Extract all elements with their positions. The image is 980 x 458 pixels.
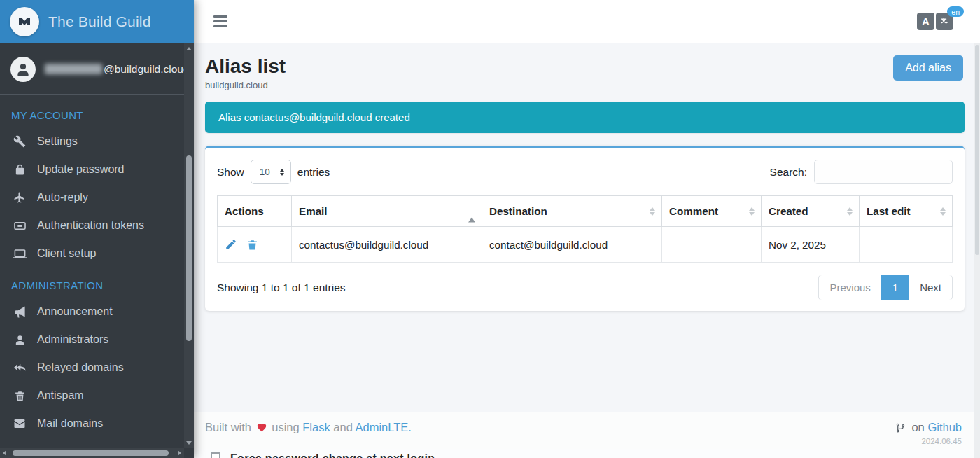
github-link[interactable]: Github [927, 421, 962, 433]
sidebar-item-label: Announcement [37, 305, 113, 318]
footer-right: on Github 2024.06.45 [895, 421, 962, 445]
column-header-destination[interactable]: Destination [482, 196, 662, 227]
delete-alias-icon[interactable] [246, 239, 258, 251]
horizontal-scroll-thumb[interactable] [13, 450, 169, 456]
sort-icon [940, 207, 946, 216]
megaphone-icon [13, 305, 27, 319]
page-size-value: 10 [260, 167, 270, 177]
content-area: Alias list buildguild.cloud Add alias Al… [194, 43, 980, 412]
sidebar-item-auto-reply[interactable]: Auto-reply [0, 183, 181, 211]
trash-icon [13, 389, 27, 403]
footer-text: and [333, 421, 353, 433]
redacted-username [45, 64, 102, 74]
sidebar-item-update-password[interactable]: Update password [0, 155, 181, 183]
show-label: Show [217, 166, 244, 179]
flask-link[interactable]: Flask [302, 421, 330, 433]
main-area: A en Alias list buildguild.cloud Add ali… [194, 0, 980, 458]
user-email-domain: @buildguild.cloud [104, 63, 190, 75]
envelope-icon [13, 417, 27, 431]
table-row: contactus@buildguild.cloud contact@build… [218, 227, 953, 263]
nav-section-my-account: MY ACCOUNT [0, 97, 181, 127]
sidebar-item-label: Auto-reply [37, 191, 88, 204]
checkbox[interactable] [211, 452, 220, 458]
sidebar-item-label: Settings [37, 135, 78, 148]
page-1-button[interactable]: 1 [881, 275, 909, 300]
scroll-down-arrow-icon[interactable] [186, 441, 192, 445]
user-panel[interactable]: @buildguild.cloud [0, 43, 194, 95]
sidebar-horizontal-scrollbar[interactable] [0, 448, 184, 458]
nav-section-administration: ADMINISTRATION [0, 268, 181, 298]
destination-cell: contact@buildguild.cloud [482, 227, 662, 263]
sidebar-item-relayed-domains[interactable]: Relayed domains [0, 354, 181, 382]
version-label: 2024.06.45 [895, 437, 962, 445]
next-page-button[interactable]: Next [909, 275, 953, 300]
sidebar-item-authentication-tokens[interactable]: Authentication tokens [0, 211, 181, 240]
clipped-label: Force password change at next login [230, 452, 435, 458]
sidebar-vertical-scrollbar[interactable] [184, 43, 194, 448]
alias-created-alert: Alias contactus@buildguild.cloud created [205, 102, 965, 133]
edit-alias-icon[interactable] [225, 238, 237, 251]
sidebar-item-label: Relayed domains [37, 361, 124, 374]
sidebar-item-label: Authentication tokens [37, 219, 144, 232]
sidebar-item-label: Antispam [37, 389, 84, 402]
page-size-select[interactable]: 10 [251, 160, 291, 184]
column-header-last-edit[interactable]: Last edit [860, 196, 953, 227]
table-header-row: Actions Email Destination Comment Create… [218, 196, 953, 227]
sort-icon [847, 207, 853, 216]
token-card-icon [13, 218, 27, 233]
table-controls: Show 10 entries Search: [217, 160, 953, 184]
adminlte-link[interactable]: AdminLTE. [356, 421, 412, 433]
sidebar-item-label: Update password [37, 163, 125, 176]
brand-header[interactable]: The Build Guild [0, 0, 194, 43]
top-navbar: A en [194, 0, 980, 43]
sidebar-item-settings[interactable]: Settings [0, 127, 181, 155]
user-avatar-icon [10, 57, 36, 82]
sidebar-item-mail-domains[interactable]: Mail domains [0, 410, 181, 438]
table-footer: Showing 1 to 1 of 1 entries Previous 1 N… [217, 275, 953, 300]
user-icon [13, 333, 27, 347]
sidebar-item-client-setup[interactable]: Client setup [0, 240, 181, 268]
search-input[interactable] [814, 160, 953, 184]
page-scroll-thumb[interactable] [975, 45, 979, 255]
search-control: Search: [770, 160, 953, 184]
scroll-right-arrow-icon[interactable] [178, 450, 181, 456]
sort-icon [650, 207, 655, 216]
mailu-logo-icon [10, 7, 39, 36]
laptop-icon [13, 247, 27, 261]
footer-text: on [911, 421, 924, 433]
sidebar-item-antispam[interactable]: Antispam [0, 382, 181, 410]
sidebar-item-announcement[interactable]: Announcement [0, 298, 181, 326]
column-header-actions: Actions [218, 196, 292, 227]
column-header-created[interactable]: Created [762, 196, 860, 227]
brand-title: The Build Guild [48, 13, 151, 30]
comment-cell [662, 227, 762, 263]
page-footer: Built with using Flask and AdminLTE. on … [194, 412, 980, 449]
scroll-left-arrow-icon[interactable] [3, 450, 6, 456]
page-subtitle: buildguild.cloud [205, 80, 286, 90]
column-header-comment[interactable]: Comment [662, 196, 762, 227]
sidebar-toggle-button[interactable] [212, 13, 229, 30]
pagination: Previous 1 Next [818, 275, 953, 300]
lock-icon [13, 162, 27, 176]
previous-page-button[interactable]: Previous [818, 275, 881, 300]
sidebar-item-label: Mail domains [37, 417, 103, 430]
entries-summary: Showing 1 to 1 of 1 entries [217, 282, 346, 294]
last-edit-cell [860, 227, 953, 263]
page-scrollbar[interactable] [974, 43, 980, 458]
add-alias-button[interactable]: Add alias [893, 55, 963, 81]
created-cell: Nov 2, 2025 [762, 227, 860, 263]
language-badge: en [947, 6, 964, 17]
alias-table: Actions Email Destination Comment Create… [217, 195, 953, 263]
alias-table-card: Show 10 entries Search: [205, 146, 965, 311]
vertical-scroll-thumb[interactable] [186, 155, 192, 341]
sidebar-item-administrators[interactable]: Administrators [0, 326, 181, 354]
scroll-up-arrow-icon[interactable] [186, 47, 192, 50]
wrench-icon [13, 134, 27, 148]
select-arrows-icon [280, 169, 284, 176]
column-header-email[interactable]: Email [292, 196, 482, 227]
clipped-content-below: Force password change at next login [194, 449, 980, 458]
sidebar-nav: MY ACCOUNT Settings Update password Auto… [0, 95, 194, 438]
language-selector[interactable]: A en [917, 13, 953, 30]
page-header: Alias list buildguild.cloud Add alias [205, 55, 963, 90]
app-window: The Build Guild @buildguild.cloud MY ACC… [0, 0, 980, 458]
